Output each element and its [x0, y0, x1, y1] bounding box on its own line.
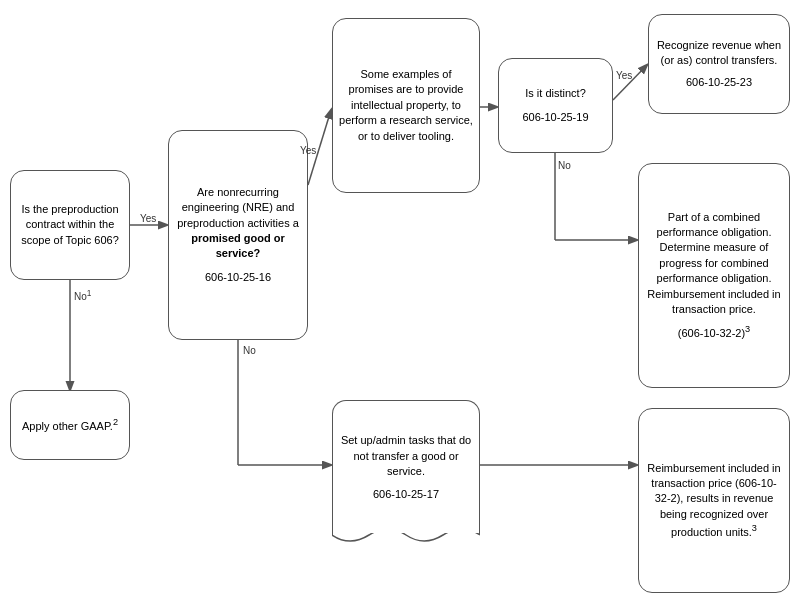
- box-reimburse: Reimbursement included in transaction pr…: [638, 408, 790, 593]
- recognize-text-container: Recognize revenue when (or as) control t…: [655, 38, 783, 90]
- examples-text: Some examples of promises are to provide…: [339, 67, 473, 144]
- nre-question-text: Are nonrecurring engineering (NRE) and p…: [175, 185, 301, 262]
- apply-other-text: Apply other GAAP.2: [22, 416, 118, 434]
- box-examples: Some examples of promises are to provide…: [332, 18, 480, 193]
- box-recognize: Recognize revenue when (or as) control t…: [648, 14, 790, 114]
- label-no3: No: [558, 160, 571, 171]
- box-distinct: Is it distinct? 606-10-25-19: [498, 58, 613, 153]
- label-no2: No: [243, 345, 256, 356]
- superscript-3a: 3: [745, 324, 750, 334]
- superscript-2: 2: [113, 417, 118, 427]
- combined-text: Part of a combined performance obligatio…: [645, 210, 783, 318]
- reimburse-text-container: Reimbursement included in transaction pr…: [645, 461, 783, 541]
- label-yes3: Yes: [616, 70, 632, 81]
- recognize-code: 606-10-25-23: [655, 75, 783, 90]
- distinct-text-container: Is it distinct? 606-10-25-19: [522, 86, 588, 125]
- label-yes1: Yes: [140, 213, 156, 224]
- flowchart: Is the preproduction contract within the…: [0, 0, 799, 611]
- box-setup: Set up/admin tasks that do not transfer …: [332, 400, 480, 535]
- wavy-bottom: [332, 533, 480, 547]
- reimburse-text: Reimbursement included in transaction pr…: [645, 461, 783, 541]
- setup-code: 606-10-25-17: [339, 487, 473, 502]
- setup-text-container: Set up/admin tasks that do not transfer …: [339, 433, 473, 503]
- combined-text-container: Part of a combined performance obligatio…: [645, 210, 783, 342]
- box-apply-other: Apply other GAAP.2: [10, 390, 130, 460]
- recognize-text: Recognize revenue when (or as) control t…: [655, 38, 783, 69]
- setup-text: Set up/admin tasks that do not transfer …: [339, 433, 473, 479]
- nre-text-container: Are nonrecurring engineering (NRE) and p…: [175, 185, 301, 285]
- label-no1: No1: [74, 288, 91, 302]
- combined-code: (606-10-32-2)3: [645, 323, 783, 341]
- box-combined: Part of a combined performance obligatio…: [638, 163, 790, 388]
- box-nre-question: Are nonrecurring engineering (NRE) and p…: [168, 130, 308, 340]
- superscript-1: 1: [87, 288, 92, 298]
- box-scope-text: Is the preproduction contract within the…: [17, 202, 123, 248]
- nre-code: 606-10-25-16: [175, 270, 301, 285]
- distinct-code: 606-10-25-19: [522, 110, 588, 125]
- distinct-question: Is it distinct?: [522, 86, 588, 101]
- no1-text: No1: [74, 291, 91, 302]
- superscript-3b: 3: [752, 523, 757, 533]
- label-yes2: Yes: [300, 145, 316, 156]
- box-scope-question: Is the preproduction contract within the…: [10, 170, 130, 280]
